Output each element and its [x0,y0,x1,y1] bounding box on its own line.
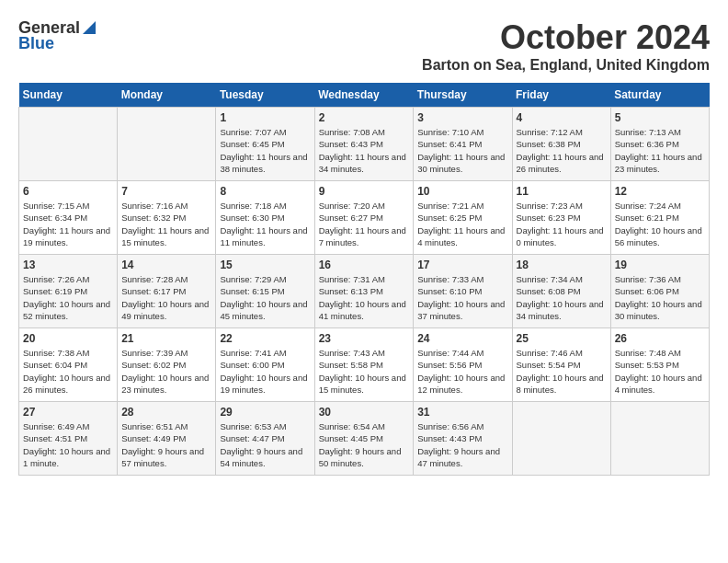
day-number: 25 [517,332,607,345]
calendar-cell: 27Sunrise: 6:49 AM Sunset: 4:51 PM Dayli… [19,402,118,476]
day-number: 12 [615,185,705,198]
day-number: 14 [121,259,211,271]
day-info: Sunrise: 7:34 AM Sunset: 6:08 PM Dayligh… [517,273,607,322]
day-info: Sunrise: 7:39 AM Sunset: 6:02 PM Dayligh… [121,347,211,396]
logo: General Blue [18,18,96,53]
day-number: 28 [121,406,211,419]
calendar-cell [19,108,118,181]
day-info: Sunrise: 6:54 AM Sunset: 4:45 PM Dayligh… [319,420,410,469]
day-number: 3 [417,111,507,124]
calendar-cell: 23Sunrise: 7:43 AM Sunset: 5:58 PM Dayli… [314,328,414,402]
calendar-cell: 12Sunrise: 7:24 AM Sunset: 6:21 PM Dayli… [610,181,709,255]
calendar-cell: 29Sunrise: 6:53 AM Sunset: 4:47 PM Dayli… [216,402,314,476]
day-number: 7 [121,185,211,198]
day-number: 29 [220,406,310,419]
day-number: 1 [220,111,310,124]
day-number: 19 [615,259,705,271]
day-number: 16 [319,259,410,271]
day-info: Sunrise: 7:20 AM Sunset: 6:27 PM Dayligh… [319,200,410,248]
day-info: Sunrise: 7:28 AM Sunset: 6:17 PM Dayligh… [121,273,211,322]
header-day-wednesday: Wednesday [314,83,414,108]
week-row-1: 1Sunrise: 7:07 AM Sunset: 6:45 PM Daylig… [19,108,710,181]
calendar-cell: 9Sunrise: 7:20 AM Sunset: 6:27 PM Daylig… [314,181,414,255]
header-day-sunday: Sunday [19,83,118,108]
calendar-cell: 21Sunrise: 7:39 AM Sunset: 6:02 PM Dayli… [118,328,216,402]
day-info: Sunrise: 7:41 AM Sunset: 6:00 PM Dayligh… [220,347,310,396]
svg-marker-0 [83,21,96,34]
calendar-cell [512,402,610,476]
day-number: 6 [23,185,113,198]
day-number: 27 [23,406,113,419]
week-row-4: 20Sunrise: 7:38 AM Sunset: 6:04 PM Dayli… [19,328,710,402]
day-info: Sunrise: 7:44 AM Sunset: 5:56 PM Dayligh… [417,347,507,396]
header: General Blue October 2024 Barton on Sea,… [18,18,710,74]
day-number: 24 [417,332,507,345]
calendar-cell: 6Sunrise: 7:15 AM Sunset: 6:34 PM Daylig… [19,181,118,255]
header-day-tuesday: Tuesday [216,83,314,108]
calendar-cell: 18Sunrise: 7:34 AM Sunset: 6:08 PM Dayli… [512,255,610,328]
calendar-table: SundayMondayTuesdayWednesdayThursdayFrid… [18,83,710,476]
day-info: Sunrise: 7:38 AM Sunset: 6:04 PM Dayligh… [23,347,113,396]
header-day-friday: Friday [512,83,610,108]
day-info: Sunrise: 7:33 AM Sunset: 6:10 PM Dayligh… [417,273,507,322]
calendar-cell: 24Sunrise: 7:44 AM Sunset: 5:56 PM Dayli… [414,328,512,402]
week-row-3: 13Sunrise: 7:26 AM Sunset: 6:19 PM Dayli… [19,255,710,328]
calendar-cell: 3Sunrise: 7:10 AM Sunset: 6:41 PM Daylig… [414,108,512,181]
calendar-cell: 31Sunrise: 6:56 AM Sunset: 4:43 PM Dayli… [414,402,512,476]
day-number: 21 [121,332,211,345]
day-info: Sunrise: 6:51 AM Sunset: 4:49 PM Dayligh… [121,420,211,469]
day-number: 10 [417,185,507,198]
day-number: 31 [417,406,507,419]
calendar-cell: 14Sunrise: 7:28 AM Sunset: 6:17 PM Dayli… [118,255,216,328]
calendar-cell: 25Sunrise: 7:46 AM Sunset: 5:54 PM Dayli… [512,328,610,402]
day-info: Sunrise: 7:13 AM Sunset: 6:36 PM Dayligh… [615,126,705,175]
day-info: Sunrise: 6:49 AM Sunset: 4:51 PM Dayligh… [23,420,113,469]
day-number: 30 [319,406,410,419]
calendar-cell [118,108,216,181]
day-info: Sunrise: 7:24 AM Sunset: 6:21 PM Dayligh… [615,200,705,248]
day-info: Sunrise: 7:36 AM Sunset: 6:06 PM Dayligh… [615,273,705,322]
calendar-cell: 30Sunrise: 6:54 AM Sunset: 4:45 PM Dayli… [314,402,414,476]
day-info: Sunrise: 7:16 AM Sunset: 6:32 PM Dayligh… [121,200,211,248]
calendar-cell: 26Sunrise: 7:48 AM Sunset: 5:53 PM Dayli… [610,328,709,402]
day-info: Sunrise: 7:43 AM Sunset: 5:58 PM Dayligh… [319,347,410,396]
day-info: Sunrise: 7:18 AM Sunset: 6:30 PM Dayligh… [220,200,310,248]
header-day-saturday: Saturday [610,83,709,108]
day-info: Sunrise: 7:21 AM Sunset: 6:25 PM Dayligh… [417,200,507,248]
day-info: Sunrise: 7:12 AM Sunset: 6:38 PM Dayligh… [517,126,607,175]
day-info: Sunrise: 6:56 AM Sunset: 4:43 PM Dayligh… [417,420,507,469]
day-number: 18 [517,259,607,271]
day-number: 26 [615,332,705,345]
week-row-2: 6Sunrise: 7:15 AM Sunset: 6:34 PM Daylig… [19,181,710,255]
day-number: 17 [417,259,507,271]
calendar-cell: 19Sunrise: 7:36 AM Sunset: 6:06 PM Dayli… [610,255,709,328]
calendar-cell: 11Sunrise: 7:23 AM Sunset: 6:23 PM Dayli… [512,181,610,255]
day-info: Sunrise: 7:08 AM Sunset: 6:43 PM Dayligh… [319,126,410,175]
day-number: 9 [319,185,410,198]
calendar-cell: 15Sunrise: 7:29 AM Sunset: 6:15 PM Dayli… [216,255,314,328]
calendar-cell: 17Sunrise: 7:33 AM Sunset: 6:10 PM Dayli… [414,255,512,328]
day-info: Sunrise: 7:10 AM Sunset: 6:41 PM Dayligh… [417,126,507,175]
day-number: 23 [319,332,410,345]
day-info: Sunrise: 7:29 AM Sunset: 6:15 PM Dayligh… [220,273,310,322]
calendar-cell [610,402,709,476]
calendar-header: SundayMondayTuesdayWednesdayThursdayFrid… [19,83,710,108]
day-number: 13 [23,259,113,271]
day-info: Sunrise: 7:26 AM Sunset: 6:19 PM Dayligh… [23,273,113,322]
day-info: Sunrise: 7:46 AM Sunset: 5:54 PM Dayligh… [517,347,607,396]
calendar-cell: 13Sunrise: 7:26 AM Sunset: 6:19 PM Dayli… [19,255,118,328]
day-number: 4 [517,111,607,124]
day-number: 11 [517,185,607,198]
title-section: October 2024 Barton on Sea, England, Uni… [422,18,710,74]
calendar-cell: 22Sunrise: 7:41 AM Sunset: 6:00 PM Dayli… [216,328,314,402]
day-number: 8 [220,185,310,198]
day-number: 2 [319,111,410,124]
header-row: SundayMondayTuesdayWednesdayThursdayFrid… [19,83,710,108]
day-number: 5 [615,111,705,124]
calendar-cell: 28Sunrise: 6:51 AM Sunset: 4:49 PM Dayli… [118,402,216,476]
calendar-cell: 20Sunrise: 7:38 AM Sunset: 6:04 PM Dayli… [19,328,118,402]
calendar-cell: 8Sunrise: 7:18 AM Sunset: 6:30 PM Daylig… [216,181,314,255]
day-number: 22 [220,332,310,345]
day-info: Sunrise: 7:31 AM Sunset: 6:13 PM Dayligh… [319,273,410,322]
calendar-cell: 2Sunrise: 7:08 AM Sunset: 6:43 PM Daylig… [314,108,414,181]
